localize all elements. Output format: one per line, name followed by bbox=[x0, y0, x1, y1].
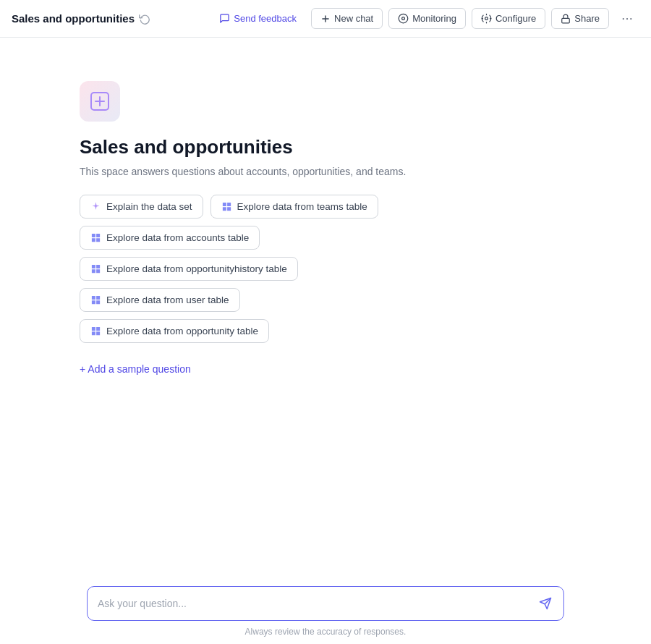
app-icon bbox=[80, 81, 120, 122]
share-label: Share bbox=[574, 13, 600, 24]
app-title-header: Sales and opportunities bbox=[12, 12, 150, 25]
svg-point-6 bbox=[623, 17, 624, 19]
questions-row-2: Explore data from accounts table bbox=[80, 226, 378, 250]
table-icon-accounts bbox=[90, 232, 101, 243]
page-description: This space answers questions about accou… bbox=[80, 166, 406, 177]
question-teams-table[interactable]: Explore data from teams table bbox=[210, 195, 378, 219]
chat-input[interactable] bbox=[98, 598, 532, 609]
sparkle-icon bbox=[90, 201, 101, 212]
questions-row-4: Explore data from user table bbox=[80, 288, 378, 312]
more-options-button[interactable] bbox=[615, 9, 639, 28]
new-chat-button[interactable]: New chat bbox=[311, 8, 383, 29]
header: Sales and opportunities Send feedback Ne… bbox=[0, 0, 651, 38]
question-opportunity-table[interactable]: Explore data from opportunity table bbox=[80, 319, 269, 343]
question-opportunityhistory-table[interactable]: Explore data from opportunityhistory tab… bbox=[80, 257, 298, 281]
monitoring-button[interactable]: Monitoring bbox=[388, 8, 466, 29]
questions-row-3: Explore data from opportunityhistory tab… bbox=[80, 257, 378, 281]
configure-button[interactable]: Configure bbox=[472, 8, 545, 29]
main-content: Sales and opportunities This space answe… bbox=[0, 38, 651, 575]
header-title-text: Sales and opportunities bbox=[12, 12, 135, 25]
question-explain-dataset[interactable]: Explain the data set bbox=[80, 195, 203, 219]
add-question-label: + Add a sample question bbox=[80, 363, 191, 375]
question-opphistory-label: Explore data from opportunityhistory tab… bbox=[106, 263, 287, 274]
question-accounts-table[interactable]: Explore data from accounts table bbox=[80, 226, 260, 250]
share-button[interactable]: Share bbox=[551, 8, 609, 29]
add-sample-question-button[interactable]: + Add a sample question bbox=[80, 360, 191, 378]
questions-row-5: Explore data from opportunity table bbox=[80, 319, 378, 343]
table-icon-opp bbox=[90, 326, 101, 336]
question-opportunity-label: Explore data from opportunity table bbox=[106, 326, 258, 336]
svg-point-4 bbox=[485, 17, 488, 20]
new-chat-label: New chat bbox=[334, 13, 373, 24]
send-feedback-label: Send feedback bbox=[234, 13, 297, 24]
send-feedback-button[interactable]: Send feedback bbox=[210, 9, 305, 28]
chat-input-container bbox=[87, 586, 564, 621]
page-title: Sales and opportunities bbox=[80, 136, 293, 158]
question-user-label: Explore data from user table bbox=[106, 295, 229, 305]
send-button[interactable] bbox=[537, 596, 553, 611]
history-icon[interactable] bbox=[139, 13, 150, 25]
table-icon-teams bbox=[221, 201, 232, 212]
question-user-table[interactable]: Explore data from user table bbox=[80, 288, 240, 312]
svg-point-8 bbox=[630, 17, 631, 19]
question-explain-label: Explain the data set bbox=[106, 201, 192, 212]
question-teams-label: Explore data from teams table bbox=[237, 201, 367, 212]
svg-point-7 bbox=[626, 17, 628, 19]
disclaimer-text: Always review the accuracy of responses. bbox=[245, 627, 407, 637]
monitoring-label: Monitoring bbox=[412, 13, 456, 24]
svg-point-3 bbox=[402, 17, 405, 20]
questions-grid: Explain the data set Explore data bbox=[80, 195, 378, 343]
footer: Always review the accuracy of responses. bbox=[0, 575, 651, 644]
svg-rect-5 bbox=[562, 18, 570, 22]
table-icon-opphistory bbox=[90, 263, 101, 274]
app-icon-inner bbox=[90, 91, 110, 111]
questions-row-1: Explain the data set Explore data bbox=[80, 195, 378, 219]
question-accounts-label: Explore data from accounts table bbox=[106, 232, 249, 243]
table-icon-user bbox=[90, 295, 101, 305]
configure-label: Configure bbox=[495, 13, 536, 24]
svg-point-2 bbox=[399, 14, 408, 23]
